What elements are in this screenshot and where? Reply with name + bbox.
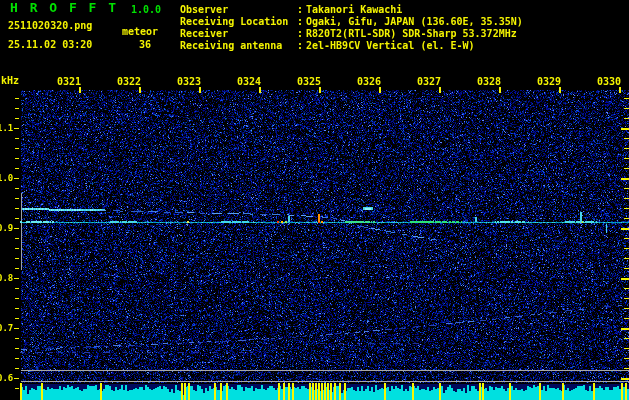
x-tick-label: 0326 (351, 77, 381, 87)
info-value: R820T2(RTL-SDR) SDR-Sharp 53.372MHz (306, 28, 517, 40)
spectrogram-canvas (0, 0, 629, 400)
x-tick-label: 0329 (531, 77, 561, 87)
info-label: Receiver (180, 28, 297, 40)
receiver-info: Observer : Takanori Kawachi Receiving Lo… (180, 4, 523, 52)
y-tick-label: 0.9 (0, 223, 13, 233)
x-tick-label: 0328 (471, 77, 501, 87)
y-tick-label: 0.6 (0, 373, 13, 383)
info-row-antenna: Receiving antenna : 2el-HB9CV Vertical (… (180, 40, 523, 52)
y-tick-label: 1.1 (0, 123, 13, 133)
filename-label: 2511020320.png (8, 21, 92, 31)
info-separator: : (297, 40, 306, 52)
info-label: Receiving Location (180, 16, 297, 28)
y-tick-label: 0.8 (0, 273, 13, 283)
y-tick-label: 1.0 (0, 173, 13, 183)
info-value: 2el-HB9CV Vertical (el. E-W) (306, 40, 475, 52)
info-separator: : (297, 28, 306, 40)
hrofft-screen: H R O F F T 1.0.0 2511020320.png meteor … (0, 0, 629, 400)
x-tick-label: 0322 (111, 77, 141, 87)
info-row-receiver: Receiver : R820T2(RTL-SDR) SDR-Sharp 53.… (180, 28, 523, 40)
info-label: Observer (180, 4, 297, 16)
app-title: H R O F F T (10, 3, 118, 13)
echo-count-label: 36 (139, 40, 151, 50)
y-axis-unit-label: kHz (1, 76, 19, 86)
y-tick-label: 0.7 (0, 323, 13, 333)
mode-label: meteor (122, 27, 158, 37)
x-tick-label: 0330 (591, 77, 621, 87)
info-row-location: Receiving Location : Ogaki, Gifu, JAPAN … (180, 16, 523, 28)
info-value: Ogaki, Gifu, JAPAN (136.60E, 35.35N) (306, 16, 523, 28)
info-label: Receiving antenna (180, 40, 297, 52)
x-tick-label: 0327 (411, 77, 441, 87)
info-value: Takanori Kawachi (306, 4, 402, 16)
info-separator: : (297, 4, 306, 16)
x-tick-label: 0321 (51, 77, 81, 87)
info-row-observer: Observer : Takanori Kawachi (180, 4, 523, 16)
x-tick-label: 0324 (231, 77, 261, 87)
info-separator: : (297, 16, 306, 28)
version-label: 1.0.0 (131, 5, 161, 15)
x-tick-label: 0323 (171, 77, 201, 87)
datetime-label: 25.11.02 03:20 (8, 40, 92, 50)
x-tick-label: 0325 (291, 77, 321, 87)
